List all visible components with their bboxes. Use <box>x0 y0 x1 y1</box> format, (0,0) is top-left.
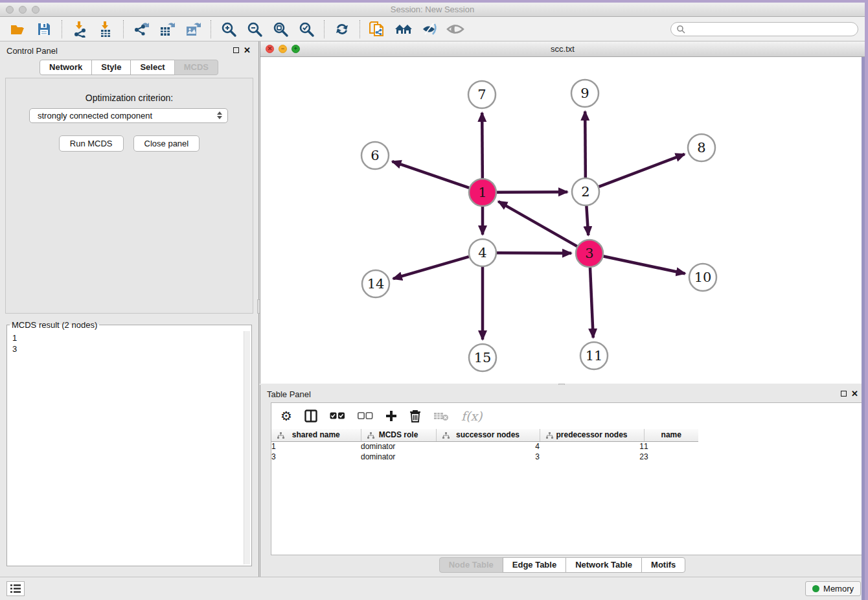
graph-node-label: 2 <box>581 184 589 200</box>
network-home-icon[interactable] <box>393 19 415 39</box>
graph-edge-4-14[interactable] <box>393 257 469 279</box>
status-bar: Memory <box>0 577 865 600</box>
tab-network[interactable]: Network <box>40 60 92 75</box>
graph-node-label: 7 <box>477 87 486 102</box>
table-panel-title: Table Panel <box>267 389 311 399</box>
graph-edge-3-10[interactable] <box>604 257 685 274</box>
table-cell[interactable]: 1 <box>540 441 644 452</box>
table-row[interactable]: 1dominator411 <box>271 441 862 452</box>
graph-edge-2-3[interactable] <box>586 206 588 235</box>
zoom-fit-icon[interactable] <box>269 19 291 39</box>
mcds-result-text[interactable]: 1 3 <box>8 331 244 564</box>
import-table-icon[interactable] <box>95 19 117 39</box>
save-session-icon[interactable] <box>33 19 55 39</box>
network-graph[interactable]: 7968124314101511 <box>260 57 865 384</box>
graph-node-label: 14 <box>367 276 385 292</box>
table-cell[interactable]: dominator <box>361 452 436 462</box>
table-cell[interactable]: 1 <box>271 441 361 452</box>
zoom-in-icon[interactable] <box>218 19 240 39</box>
table-cell[interactable]: 3 <box>271 452 361 462</box>
graph-edge-1-7[interactable] <box>482 113 483 178</box>
toolbar-separator <box>123 20 124 38</box>
network-canvas[interactable]: 7968124314101511 <box>260 57 865 384</box>
table-cell[interactable] <box>698 452 862 462</box>
table-cell[interactable]: 3 <box>436 452 540 462</box>
table-cell[interactable]: 2 <box>540 452 644 462</box>
clone-network-icon[interactable] <box>367 19 389 39</box>
sort-icon <box>546 432 553 439</box>
node-table: shared name MCDS role successor nodes pr… <box>271 429 862 462</box>
graph-edge-2-9[interactable] <box>585 111 586 178</box>
float-panel-icon[interactable] <box>233 47 239 53</box>
control-panel: Control Panel ✕ Network Style Select MCD… <box>0 41 259 577</box>
create-column-plus-icon[interactable] <box>385 410 397 422</box>
export-image-icon[interactable] <box>182 19 204 39</box>
export-table-icon[interactable] <box>156 19 178 39</box>
main-toolbar <box>0 17 865 41</box>
column-header-successor-nodes[interactable]: successor nodes <box>436 429 540 441</box>
network-window-titlebar[interactable]: ✕ − + scc.txt <box>260 41 865 57</box>
table-cell[interactable]: dominator <box>361 441 436 452</box>
tab-select[interactable]: Select <box>130 60 174 75</box>
graph-edge-1-6[interactable] <box>392 161 469 188</box>
show-columns-icon[interactable] <box>304 410 317 422</box>
search-icon <box>676 25 685 34</box>
column-header-mcds-role[interactable]: MCDS role <box>361 429 436 441</box>
close-table-panel-icon[interactable]: ✕ <box>851 389 858 398</box>
graph-edge-2-8[interactable] <box>599 154 685 187</box>
graph-edge-3-1[interactable] <box>498 202 577 246</box>
table-cell[interactable]: 1 <box>644 441 698 452</box>
tab-mcds[interactable]: MCDS <box>174 60 218 75</box>
task-history-button[interactable] <box>6 581 25 596</box>
run-mcds-button[interactable]: Run MCDS <box>59 135 124 152</box>
table-toolbar: ⚙ f(x) <box>271 403 862 429</box>
sort-icon <box>277 432 284 439</box>
mcds-result-title: MCDS result (2 nodes) <box>10 320 99 330</box>
graph-edge-1-2[interactable] <box>497 192 567 192</box>
tab-motifs[interactable]: Motifs <box>641 557 685 573</box>
tab-node-table[interactable]: Node Table <box>439 557 503 573</box>
control-panel-header: Control Panel ✕ <box>0 41 258 60</box>
sort-icon <box>367 432 374 439</box>
memory-button[interactable]: Memory <box>805 581 861 596</box>
toolbar-separator <box>211 20 211 38</box>
table-settings-gear-icon[interactable]: ⚙ <box>280 408 292 424</box>
search-box[interactable] <box>670 22 858 36</box>
control-panel-title: Control Panel <box>6 46 58 56</box>
close-panel-button[interactable]: Close panel <box>133 135 200 152</box>
table-cell[interactable]: 4 <box>436 441 540 452</box>
tab-edge-table[interactable]: Edge Table <box>503 557 566 573</box>
open-session-icon[interactable] <box>7 19 29 39</box>
close-panel-icon[interactable]: ✕ <box>244 45 251 55</box>
export-network-icon[interactable] <box>130 19 152 39</box>
graph-node-label: 8 <box>697 140 705 156</box>
table-cell[interactable]: 3 <box>644 452 698 462</box>
select-all-rows-icon[interactable] <box>330 412 345 420</box>
zoom-out-icon[interactable] <box>244 19 266 39</box>
deselect-all-rows-icon[interactable] <box>358 412 373 420</box>
graph-edge-3-11[interactable] <box>590 268 593 338</box>
table-cell[interactable] <box>698 441 862 452</box>
column-header-predecessor-nodes[interactable]: predecessor nodes <box>540 429 644 441</box>
memory-label: Memory <box>823 584 854 594</box>
tab-style[interactable]: Style <box>91 60 131 75</box>
column-header-name[interactable]: name <box>644 429 698 441</box>
graph-edge-4-3[interactable] <box>497 253 571 253</box>
optimization-criterion-select[interactable]: strongly connected component <box>29 108 228 123</box>
column-header-shared-name[interactable]: shared name <box>271 429 361 441</box>
header-filler <box>698 429 862 441</box>
zoom-selected-icon[interactable] <box>295 19 317 39</box>
hide-graphics-details-icon[interactable] <box>418 19 440 39</box>
mcds-panel: Optimization criterion: strongly connect… <box>5 78 253 314</box>
table-row[interactable]: 3dominator323 <box>271 452 862 462</box>
apply-layout-icon[interactable] <box>331 19 353 39</box>
float-table-panel-icon[interactable] <box>841 391 847 397</box>
app-window: Session: New Session <box>0 3 865 600</box>
import-network-icon[interactable] <box>69 19 91 39</box>
search-input[interactable] <box>685 23 858 35</box>
sort-icon <box>442 432 450 439</box>
delete-columns-trash-icon[interactable] <box>409 410 421 422</box>
result-scrollbar[interactable] <box>244 331 250 564</box>
control-panel-tabs: Network Style Select MCDS <box>0 60 258 75</box>
tab-network-table[interactable]: Network Table <box>565 557 642 573</box>
